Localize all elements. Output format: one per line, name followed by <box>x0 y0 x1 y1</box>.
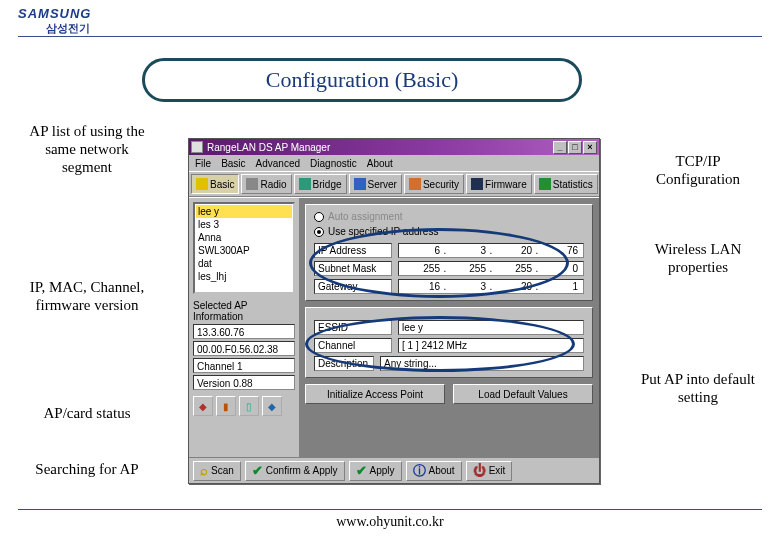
annotation-ap-status: AP/card status <box>22 404 152 422</box>
confirm-apply-button[interactable]: ✔Confirm & Apply <box>245 461 345 481</box>
menu-about[interactable]: About <box>367 158 393 169</box>
titlebar[interactable]: RangeLAN DS AP Manager _ □ × <box>189 139 599 155</box>
menubar: File Basic Advanced Diagnostic About <box>189 155 599 171</box>
desc-input[interactable]: Any string... <box>380 356 584 371</box>
brand-subtext: 삼성전기 <box>46 21 762 36</box>
server-icon <box>354 178 366 190</box>
bridge-icon <box>299 178 311 190</box>
toolbar-bridge[interactable]: Bridge <box>294 174 347 194</box>
radio-icon <box>314 212 324 222</box>
brand-logo: SAMSUNG <box>18 6 762 21</box>
status-icon-1: ◆ <box>193 396 213 416</box>
annotation-ap-list: AP list of using the same network segmen… <box>22 122 152 176</box>
init-ap-button[interactable]: Initialize Access Point <box>305 384 445 404</box>
radio-icon <box>246 178 258 190</box>
ap-listbox[interactable]: lee y les 3 Anna SWL300AP dat les_lhj <box>193 202 295 294</box>
toolbar: Basic Radio Bridge Server Security Firmw… <box>189 171 599 197</box>
mask-input[interactable]: 255. 255. 255. 0 <box>398 261 584 276</box>
exit-icon: ⏻ <box>473 463 486 478</box>
sidebar: lee y les 3 Anna SWL300AP dat les_lhj Se… <box>189 198 299 457</box>
app-window: RangeLAN DS AP Manager _ □ × File Basic … <box>188 138 600 484</box>
gw-label: Gateway <box>314 279 392 294</box>
toolbar-statistics[interactable]: Statistics <box>534 174 598 194</box>
load-default-button[interactable]: Load Default Values <box>453 384 593 404</box>
about-button[interactable]: ⓘAbout <box>406 461 462 481</box>
scan-icon: ⌕ <box>200 463 208 478</box>
list-item[interactable]: dat <box>196 257 292 270</box>
app-icon <box>191 141 203 153</box>
exit-button[interactable]: ⏻Exit <box>466 461 513 481</box>
minimize-button[interactable]: _ <box>553 141 567 154</box>
scan-button[interactable]: ⌕Scan <box>193 461 241 481</box>
info-mac: 00.00.F0.56.02.38 <box>193 341 295 356</box>
radio-manual[interactable]: Use specified IP address <box>314 226 584 237</box>
radio-auto[interactable]: Auto assignment <box>314 211 584 222</box>
window-title: RangeLAN DS AP Manager <box>207 142 552 153</box>
radio-icon <box>314 227 324 237</box>
list-item[interactable]: SWL300AP <box>196 244 292 257</box>
statistics-icon <box>539 178 551 190</box>
annotation-tcpip: TCP/IP Configuration <box>638 152 758 188</box>
ap-info-block: 13.3.60.76 00.00.F0.56.02.38 Channel 1 V… <box>193 324 295 390</box>
info-channel: Channel 1 <box>193 358 295 373</box>
essid-input[interactable]: lee y <box>398 320 584 335</box>
action-buttons: Initialize Access Point Load Default Val… <box>305 384 593 404</box>
tcpip-panel: Auto assignment Use specified IP address… <box>305 204 593 301</box>
basic-icon <box>196 178 208 190</box>
desc-label: Description <box>314 356 374 371</box>
check-icon: ✔ <box>356 463 367 478</box>
wlan-panel: ESSID lee y Channel [ 1 ] 2412 MHz Descr… <box>305 307 593 378</box>
selected-ap-label: Selected AP Information <box>193 300 295 322</box>
slide-title: Configuration (Basic) <box>142 58 582 102</box>
menu-diagnostic[interactable]: Diagnostic <box>310 158 357 169</box>
toolbar-security[interactable]: Security <box>404 174 464 194</box>
main-panel: Auto assignment Use specified IP address… <box>299 198 599 457</box>
channel-select[interactable]: [ 1 ] 2412 MHz <box>398 338 584 353</box>
toolbar-firmware[interactable]: Firmware <box>466 174 532 194</box>
close-button[interactable]: × <box>583 141 597 154</box>
annotation-searching: Searching for AP <box>22 460 152 478</box>
status-icon-2: ▮ <box>216 396 236 416</box>
slide-header: SAMSUNG 삼성전기 <box>18 6 762 37</box>
mask-label: Subnet Mask <box>314 261 392 276</box>
status-icons: ◆ ▮ ▯ ◆ <box>193 396 295 416</box>
channel-label: Channel <box>314 338 392 353</box>
menu-basic[interactable]: Basic <box>221 158 245 169</box>
toolbar-server[interactable]: Server <box>349 174 402 194</box>
info-ip: 13.3.60.76 <box>193 324 295 339</box>
status-icon-4: ◆ <box>262 396 282 416</box>
annotation-wlan-props: Wireless LAN properties <box>638 240 758 276</box>
essid-label: ESSID <box>314 320 392 335</box>
security-icon <box>409 178 421 190</box>
ip-input[interactable]: 6. 3. 20. 76 <box>398 243 584 258</box>
bottom-toolbar: ⌕Scan ✔Confirm & Apply ✔Apply ⓘAbout ⏻Ex… <box>189 457 599 483</box>
apply-button[interactable]: ✔Apply <box>349 461 402 481</box>
list-item[interactable]: lee y <box>196 205 292 218</box>
status-icon-3: ▯ <box>239 396 259 416</box>
menu-advanced[interactable]: Advanced <box>256 158 300 169</box>
toolbar-radio[interactable]: Radio <box>241 174 291 194</box>
slide-footer: www.ohyunit.co.kr <box>18 509 762 530</box>
gw-input[interactable]: 16. 3. 20. 1 <box>398 279 584 294</box>
toolbar-basic[interactable]: Basic <box>191 174 239 194</box>
check-icon: ✔ <box>252 463 263 478</box>
ip-label: IP Address <box>314 243 392 258</box>
info-icon: ⓘ <box>413 462 426 480</box>
info-version: Version 0.88 <box>193 375 295 390</box>
content-area: lee y les 3 Anna SWL300AP dat les_lhj Se… <box>189 197 599 457</box>
list-item[interactable]: Anna <box>196 231 292 244</box>
annotation-default: Put AP into default setting <box>638 370 758 406</box>
list-item[interactable]: les_lhj <box>196 270 292 283</box>
maximize-button[interactable]: □ <box>568 141 582 154</box>
menu-file[interactable]: File <box>195 158 211 169</box>
annotation-ip-mac: IP, MAC, Channel, firmware version <box>22 278 152 314</box>
list-item[interactable]: les 3 <box>196 218 292 231</box>
firmware-icon <box>471 178 483 190</box>
